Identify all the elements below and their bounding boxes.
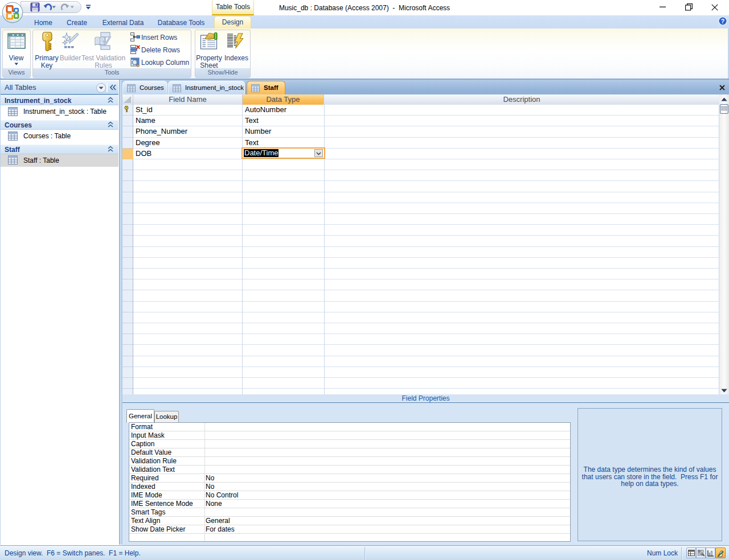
svg-text:?: ? xyxy=(721,18,724,24)
